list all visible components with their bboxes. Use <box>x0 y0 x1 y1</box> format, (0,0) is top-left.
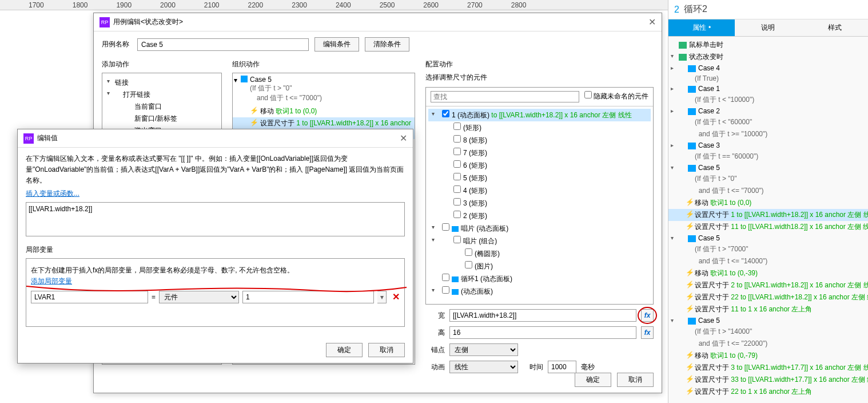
case-row[interactable]: ▾Case 5 <box>668 315 868 326</box>
add-localvar-link[interactable]: 添加局部变量 <box>31 276 400 286</box>
condition-row[interactable]: and 值于 t <= "14000") <box>668 255 868 267</box>
org-case[interactable]: ▾ Case 5 (If 值于 t > "0" and 值于 t <= "700… <box>233 73 415 105</box>
widget-tree-row[interactable]: (图片) <box>428 260 651 272</box>
expression-input[interactable]: [[LVAR1.width+18.2]] <box>26 202 405 236</box>
insert-var-link[interactable]: 插入变量或函数... <box>26 189 405 199</box>
widget-tree-row[interactable]: 循环1 (动态面板) <box>428 272 651 285</box>
delete-icon[interactable]: ✕ <box>392 291 400 302</box>
casename-input[interactable] <box>137 38 309 51</box>
condition-row[interactable]: and 值于 t <= "22000") <box>668 338 868 350</box>
widget-tree-row[interactable]: (椭圆形) <box>428 247 651 260</box>
ok-button[interactable]: 确定 <box>326 343 363 357</box>
action-row[interactable]: ⚡移动 歌词1 to (0,0) <box>668 197 868 209</box>
action-row[interactable]: ⚡设置尺寸于 22 to [[LVAR1.width+18.2]] x 16 a… <box>668 291 868 303</box>
widget-checkbox[interactable] <box>453 211 461 218</box>
case-row[interactable]: ▾Case 5 <box>668 163 868 173</box>
widget-tree-row[interactable]: (矩形) <box>428 121 651 134</box>
widget-checkbox[interactable] <box>442 274 449 281</box>
widget-checkbox[interactable] <box>465 248 472 256</box>
action-row[interactable]: ⚡设置尺寸于 11 to 1 x 16 anchor 左上角 <box>668 303 868 315</box>
action-row[interactable]: ⚡设置尺寸于 2 to [[LVAR1.width+18.2]] x 16 an… <box>668 279 868 291</box>
widget-checkbox[interactable] <box>465 261 472 268</box>
action-row[interactable]: ⚡设置尺寸于 3 to [[LVAR1.width+17.7]] x 16 an… <box>668 362 868 374</box>
cancel-button[interactable]: 取消 <box>617 373 654 387</box>
case-icon <box>688 143 696 149</box>
widget-checkbox[interactable] <box>453 123 461 130</box>
tab-style[interactable]: 样式 <box>802 19 868 37</box>
condition-row[interactable]: (If 值于 t > "7000" <box>668 243 868 255</box>
height-input[interactable] <box>449 326 636 339</box>
widget-tree-row[interactable]: ▾1 (动态面板) to [[LVAR1.width+18.2]] x 16 a… <box>428 109 651 121</box>
widget-checkbox[interactable] <box>453 148 461 155</box>
widget-tree-row[interactable]: 4 (矩形) <box>428 184 651 197</box>
case-row[interactable]: ▸Case 2 <box>668 106 868 116</box>
tab-notes[interactable]: 说明 <box>735 19 801 37</box>
fx-button-height[interactable]: fx <box>641 326 654 339</box>
widget-tree-row[interactable]: 5 (矩形) <box>428 172 651 184</box>
tree-new-tab[interactable]: 新窗口/新标签 <box>105 113 219 125</box>
edit-condition-button[interactable]: 编辑条件 <box>314 37 359 52</box>
widget-checkbox[interactable] <box>453 173 461 180</box>
lvar-target-input[interactable] <box>242 291 374 303</box>
org-action-move[interactable]: ⚡ 移动 歌词1 to (0,0) <box>233 105 415 117</box>
close-icon[interactable]: ✕ <box>400 133 407 144</box>
condition-row[interactable]: (If 值于 t > "14000" <box>668 326 868 338</box>
condition-row[interactable]: (If 值于 t < "10000") <box>668 94 868 106</box>
widget-checkbox[interactable] <box>453 185 461 193</box>
lvar-name-input[interactable] <box>31 291 148 303</box>
anim-select[interactable]: 线性 <box>449 361 518 373</box>
widget-tree-row[interactable]: ▾唱片 (动态面板) <box>428 222 651 235</box>
search-input[interactable] <box>431 91 579 102</box>
tree-open-link[interactable]: 打开链接 <box>105 89 219 101</box>
tree-current-window[interactable]: 当前窗口 <box>105 101 219 113</box>
widget-checkbox[interactable] <box>453 198 461 206</box>
widget-tree-row[interactable]: 3 (矩形) <box>428 197 651 210</box>
fx-button-width[interactable]: fx <box>641 309 654 322</box>
close-icon[interactable]: ✕ <box>648 17 656 27</box>
edit-dialog-title: 编辑值 <box>37 133 58 143</box>
case-row[interactable]: ▸Case 4 <box>668 63 868 73</box>
widget-index: 2 <box>674 5 679 15</box>
widget-checkbox[interactable] <box>442 110 449 117</box>
lvar-type-select[interactable]: 元件 <box>159 291 239 303</box>
condition-row[interactable]: (If 值于 t < "60000" <box>668 116 868 128</box>
case-row[interactable]: ▾Case 5 <box>668 233 868 243</box>
widget-tree-row[interactable]: ▾唱片 (组合) <box>428 235 651 247</box>
anchor-select[interactable]: 左侧 <box>449 343 518 356</box>
action-row[interactable]: ⚡设置尺寸于 11 to [[LVAR1.width18.2]] x 16 an… <box>668 221 868 233</box>
tab-properties[interactable]: 属性• <box>668 19 735 37</box>
action-row[interactable]: ⚡移动 歌词1 to (0,-39) <box>668 267 868 279</box>
widget-tree-row[interactable]: 8 (矩形) <box>428 134 651 147</box>
case-row[interactable]: ▸Case 1 <box>668 84 868 94</box>
condition-row[interactable]: (If 值于 t > "0" <box>668 173 868 185</box>
condition-row[interactable]: (If 值于 t == "60000") <box>668 151 868 163</box>
action-row[interactable]: ⚡设置尺寸于 33 to [[LVAR1.width+17.7]] x 16 a… <box>668 374 868 386</box>
action-row[interactable]: ⚡移动 歌词1 to (0,-79) <box>668 350 868 362</box>
condition-row[interactable]: and 值于 t <= "7000") <box>668 185 868 197</box>
hide-unnamed-checkbox[interactable] <box>584 91 592 98</box>
tree-link[interactable]: 链接 <box>105 77 219 89</box>
dropdown-icon[interactable]: ▾ <box>377 291 387 303</box>
widget-tree-row[interactable]: 6 (矩形) <box>428 159 651 172</box>
time-input[interactable] <box>548 361 576 373</box>
add-action-header: 添加动作 <box>102 60 222 69</box>
widget-checkbox[interactable] <box>442 223 449 231</box>
widget-tree-row[interactable]: 7 (矩形) <box>428 147 651 159</box>
widget-checkbox[interactable] <box>453 135 461 143</box>
widget-tree-row[interactable]: ▾(动态面板) <box>428 285 651 295</box>
condition-row[interactable]: and 值于 t >= "10000") <box>668 128 868 140</box>
action-row[interactable]: ⚡设置尺寸于 22 to 1 x 16 anchor 左上角 <box>668 386 868 398</box>
event-row[interactable]: ▾状态改变时 <box>668 51 868 63</box>
widget-tree-row[interactable]: 2 (矩形) <box>428 210 651 222</box>
widget-checkbox[interactable] <box>453 236 461 243</box>
clear-condition-button[interactable]: 清除条件 <box>365 37 409 52</box>
condition-row[interactable]: (If True) <box>668 73 868 84</box>
ok-button[interactable]: 确定 <box>575 373 611 387</box>
widget-checkbox[interactable] <box>453 160 461 168</box>
widget-checkbox[interactable] <box>442 286 449 294</box>
action-row[interactable]: ⚡设置尺寸于 1 to [[LVAR1.width+18.2]] x 16 an… <box>668 209 868 221</box>
cancel-button[interactable]: 取消 <box>368 343 405 357</box>
case-row[interactable]: ▸Case 3 <box>668 140 868 151</box>
event-row[interactable]: 鼠标单击时 <box>668 39 868 51</box>
width-input[interactable] <box>449 309 636 322</box>
